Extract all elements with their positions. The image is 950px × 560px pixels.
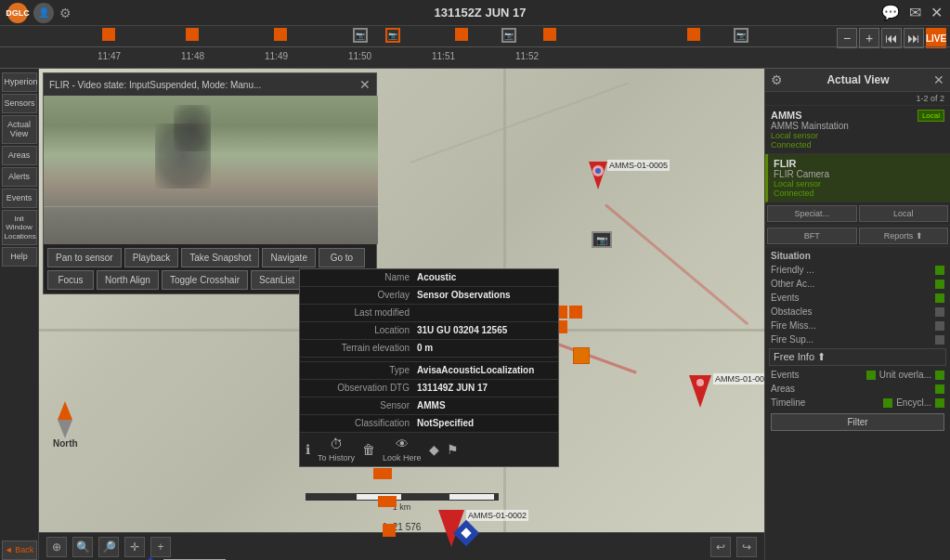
- tick-1149: 11:49: [265, 51, 288, 61]
- focus-btn[interactable]: Focus: [47, 270, 94, 290]
- row-fire-miss: Fire Miss...: [765, 319, 950, 332]
- map-background[interactable]: AMMS-01-0005 📷 AMMS-01-0003: [39, 69, 764, 560]
- compass-btn[interactable]: ⊕: [46, 537, 67, 557]
- navigate-btn[interactable]: Navigate: [262, 248, 315, 267]
- marker-label-amms01-0004: AMMS-01-0004: [713, 373, 764, 384]
- timeline-camera-icon[interactable]: 📷: [353, 28, 368, 43]
- tooltip-row-sensor: Sensor AMMS: [300, 397, 558, 415]
- tooltip-flag-btn[interactable]: ⚑: [447, 442, 459, 457]
- flir-close-btn[interactable]: ✕: [359, 77, 371, 92]
- top-right-controls: 💬 ✉ ✕: [881, 4, 950, 21]
- row-areas-overlay: Areas: [765, 382, 950, 396]
- pan-btn[interactable]: ✛: [124, 537, 145, 557]
- chat-icon[interactable]: 💬: [881, 4, 900, 21]
- tab-reports[interactable]: Reports ⬆: [859, 228, 949, 244]
- panel-count: 1-2 of 2: [765, 92, 950, 106]
- app-title: 131152Z JUN 17: [79, 6, 881, 20]
- sidebar-item-events[interactable]: Events: [2, 189, 37, 208]
- tab-special[interactable]: Speciat...: [767, 205, 857, 222]
- panel-title: Actual View: [826, 73, 889, 86]
- marker-blue-amms01-0002[interactable]: [457, 524, 475, 542]
- map-area[interactable]: AMMS-01-0005 📷 AMMS-01-0003: [39, 69, 764, 560]
- redo-btn[interactable]: ↪: [736, 537, 757, 557]
- tooltip-row-dtg: Observation DTG 131149Z JUN 17: [300, 380, 558, 397]
- tick-1148: 11:48: [181, 51, 204, 61]
- sidebar-item-areas[interactable]: Areas: [2, 146, 37, 165]
- panel-gear-icon[interactable]: ⚙: [771, 72, 783, 87]
- marker-orange2[interactable]: [378, 496, 397, 507]
- sidebar-item-sensors[interactable]: Sensors: [2, 94, 37, 113]
- tooltip-look-here-btn[interactable]: 👁 Look Here: [383, 436, 422, 462]
- take-snapshot-btn[interactable]: Take Snapshot: [181, 248, 259, 267]
- dot-obstacles: [935, 307, 944, 317]
- skip-back-btn[interactable]: ⏮: [881, 28, 902, 48]
- dot-fire-sup: [935, 335, 944, 345]
- sensor-item-flir[interactable]: FLIR FLIR Camera Local sensor Connected: [765, 154, 950, 202]
- timeline-event-icon3[interactable]: [687, 28, 700, 41]
- settings-icon[interactable]: ⚙: [59, 6, 72, 20]
- zoom-in-map-btn[interactable]: 🔍: [72, 537, 93, 557]
- go-to-btn[interactable]: Go to: [319, 248, 365, 267]
- timeline-event-icon[interactable]: [186, 28, 199, 41]
- timeline-event-icon[interactable]: [102, 28, 115, 41]
- row-events: Events: [765, 291, 950, 305]
- marker-acoustic[interactable]: [573, 347, 590, 364]
- marker-amms01-0004[interactable]: AMMS-01-0004: [689, 375, 711, 408]
- flir-horizon: [44, 206, 378, 207]
- tooltip-history-btn[interactable]: ⏱ To History: [318, 436, 355, 462]
- sensor-status-amms: Connected: [771, 140, 849, 150]
- zoom-out-map-btn[interactable]: 🔎: [98, 537, 119, 557]
- tab-local[interactable]: Local: [859, 205, 949, 222]
- panel-close-btn[interactable]: ✕: [933, 72, 944, 87]
- dot-friendly: [935, 266, 944, 275]
- user-avatar[interactable]: 👤: [33, 3, 54, 23]
- tooltip-diamond-btn[interactable]: ◆: [429, 442, 439, 457]
- tooltip-info-btn[interactable]: ℹ: [306, 442, 310, 457]
- look-icon: 👁: [396, 436, 409, 451]
- scanlist-btn[interactable]: ScanList: [251, 270, 303, 290]
- timeline-event-orange[interactable]: 📷: [385, 28, 400, 43]
- marker-amms01-0005[interactable]: AMMS-01-0005: [587, 162, 607, 189]
- timeline-zoom-controls: − + ⏮ ⏭ LIVE: [837, 28, 946, 48]
- timeline-event-icon2[interactable]: [543, 28, 556, 41]
- zoom-minus-btn[interactable]: −: [837, 28, 857, 48]
- dot-encycl: [935, 398, 944, 408]
- close-icon[interactable]: ✕: [930, 4, 943, 21]
- camera-icon[interactable]: 📷: [592, 231, 612, 248]
- pan-to-sensor-btn[interactable]: Pan to sensor: [47, 248, 122, 267]
- free-info-row[interactable]: Free Info ⬆: [769, 348, 946, 366]
- left-sidebar: Hyperion Sensors Actual View Areas Alert…: [0, 69, 39, 560]
- tab-bft[interactable]: BFT: [767, 228, 857, 244]
- tooltip-row-classification: Classification NotSpecified: [300, 415, 558, 433]
- marker-orange3[interactable]: [383, 524, 396, 537]
- timeline-event-icon[interactable]: [274, 28, 287, 41]
- add-btn[interactable]: +: [150, 537, 171, 557]
- sensor-item-amms[interactable]: AMMS AMMS Mainstation Local sensor Conne…: [765, 106, 950, 154]
- north-arrow: North: [53, 401, 78, 449]
- toggle-crosshair-btn[interactable]: Toggle Crosshair: [162, 270, 248, 290]
- undo-btn[interactable]: ↩: [710, 537, 731, 557]
- timeline-camera3-icon[interactable]: 📷: [734, 28, 748, 43]
- mail-icon[interactable]: ✉: [909, 4, 921, 21]
- sidebar-item-init-window[interactable]: Init Window Locations: [2, 210, 37, 246]
- live-btn[interactable]: LIVE: [926, 28, 946, 48]
- sidebar-item-hyperion[interactable]: Hyperion: [2, 72, 37, 92]
- delete-icon: 🗑: [362, 442, 375, 457]
- timeline-event-icon[interactable]: [455, 28, 468, 41]
- playback-btn[interactable]: Playback: [124, 248, 179, 267]
- north-align-btn[interactable]: North Align: [97, 270, 159, 290]
- skip-forward-btn[interactable]: ⏭: [904, 28, 924, 48]
- marker-camera1[interactable]: 📷: [592, 231, 612, 248]
- sidebar-item-help[interactable]: Help: [2, 247, 37, 267]
- sidebar-item-actual-view[interactable]: Actual View: [2, 115, 37, 145]
- tooltip-delete-btn[interactable]: 🗑: [362, 442, 375, 457]
- marker-orange1[interactable]: [373, 468, 392, 479]
- sidebar-item-alerts[interactable]: Alerts: [2, 167, 37, 187]
- dot-areas: [935, 384, 944, 394]
- filter-btn[interactable]: Filter: [771, 413, 944, 431]
- row-fire-sup: Fire Sup...: [765, 332, 950, 346]
- timeline-camera2-icon[interactable]: 📷: [501, 28, 516, 43]
- flag-icon: ⚑: [447, 442, 459, 457]
- zoom-plus-btn[interactable]: +: [859, 28, 879, 48]
- sidebar-item-back[interactable]: ◄ Back: [2, 540, 37, 560]
